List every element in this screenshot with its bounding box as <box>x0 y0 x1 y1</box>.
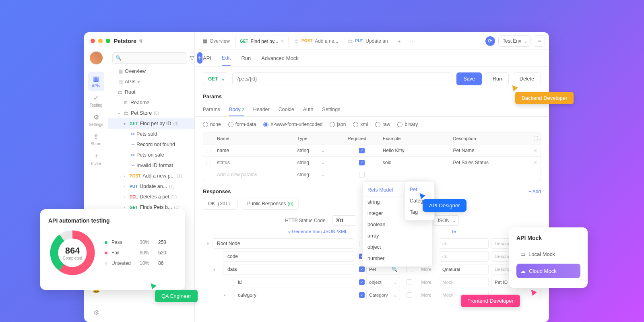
param-tab-cookie[interactable]: Cookie <box>279 103 294 116</box>
delete-row-icon[interactable]: × <box>530 147 541 154</box>
schema-flag-checkbox[interactable] <box>407 279 412 285</box>
tree-overview[interactable]: ▦Overview <box>108 66 194 76</box>
expand-icon[interactable]: ▾ <box>203 293 224 297</box>
close-icon[interactable]: ✕ <box>281 39 284 44</box>
param-required-checkbox[interactable]: ✓ <box>359 160 365 165</box>
schema-mock[interactable]: Qnatural <box>439 264 489 275</box>
schema-name[interactable]: category <box>233 290 354 300</box>
tab-overflow-button[interactable]: ⋯ <box>407 35 418 47</box>
tree-item[interactable]: ⚯Invalid ID format <box>108 160 194 171</box>
maximize-window-icon[interactable] <box>106 39 110 43</box>
cloud-mock-option[interactable]: ☁Cloud Mock <box>516 264 580 278</box>
run-button[interactable]: Run <box>486 72 509 85</box>
tree-find-pet[interactable]: ▾GETFind pet by ID(4) <box>108 118 194 129</box>
schema-name[interactable]: Root Node <box>213 238 354 249</box>
add-response-button[interactable]: + Add <box>528 189 541 194</box>
encoding-X-www-form-urlencoded[interactable]: X-www-form-urlencoded <box>263 122 322 127</box>
tree-item[interactable]: ⚯Pets on sale <box>108 150 194 160</box>
url-input[interactable] <box>232 72 453 85</box>
param-description[interactable]: Pet Name <box>450 148 530 153</box>
nav-testing[interactable]: ✓Testing <box>88 91 104 110</box>
encoding-binary[interactable]: binary <box>397 122 418 127</box>
tree-readme[interactable]: 🗎Readme <box>108 97 194 108</box>
drag-handle-icon[interactable]: ⋮⋮ <box>203 160 214 165</box>
method-selector[interactable]: GET <box>203 72 228 85</box>
expand-icon[interactable]: ▾ <box>203 242 213 246</box>
param-required-checkbox[interactable]: ✓ <box>359 148 365 153</box>
subtab-run[interactable]: Run <box>241 51 251 65</box>
col-actions-icon[interactable]: ⛶ <box>530 136 541 141</box>
add-param-type[interactable]: string <box>294 172 345 178</box>
schema-type-selector[interactable]: object⌄ <box>366 277 400 287</box>
environment-selector[interactable]: Test Env <box>498 35 530 47</box>
add-param-required[interactable] <box>359 172 365 178</box>
subtab-edit[interactable]: Edit <box>222 51 231 66</box>
refs-item[interactable]: array <box>363 230 432 242</box>
minimize-window-icon[interactable] <box>98 39 103 43</box>
subtab-advanced-mock[interactable]: Advanced Mock <box>261 51 299 65</box>
sync-icon[interactable]: ⟳ <box>485 36 495 46</box>
param-tab-settings[interactable]: Settings <box>322 103 340 116</box>
response-tab[interactable]: Public Responses(6) <box>242 198 299 210</box>
search-input[interactable] <box>112 52 187 64</box>
schema-name[interactable]: id <box>233 277 354 287</box>
schema-flag-checkbox[interactable] <box>407 266 412 272</box>
save-button[interactable]: Save <box>456 72 482 85</box>
schema-required-checkbox[interactable]: ✓ <box>359 292 365 298</box>
more-button[interactable]: More <box>416 267 436 272</box>
tree-item[interactable]: ⚯Pets sold <box>108 129 194 139</box>
nav-invite[interactable]: ＋Invite <box>88 149 104 168</box>
content-type-selector[interactable]: JSON <box>433 215 459 226</box>
nav-settings[interactable]: ⚙Settings <box>88 110 104 130</box>
close-window-icon[interactable] <box>91 39 95 43</box>
new-tab-button[interactable]: + <box>394 35 405 47</box>
tree-item[interactable]: ›DELDeletes a pet(1) <box>108 192 194 202</box>
schema-mock[interactable]: Mock <box>439 277 489 287</box>
tab[interactable]: 🗀POSTAdd a ne... <box>290 35 342 47</box>
delete-button[interactable]: Delete <box>513 72 541 85</box>
status-code-input[interactable] <box>332 215 356 226</box>
schema-name[interactable]: code <box>223 251 354 262</box>
settings-gear-icon[interactable]: ⚙ <box>88 303 104 322</box>
schema-mock[interactable]: ck <box>439 238 489 249</box>
drag-handle-icon[interactable]: ⋮⋮ <box>203 148 214 153</box>
tree-root[interactable]: 🗀Root <box>108 87 194 97</box>
nav-share[interactable]: ⇪Share <box>88 130 104 149</box>
tab[interactable]: 🗀PUTUpdate an <box>344 35 392 47</box>
schema-type-selector[interactable]: Category⌄ <box>366 290 400 300</box>
menu-icon[interactable]: ≡ <box>534 35 545 47</box>
encoding-raw[interactable]: raw <box>375 122 390 127</box>
tree-item[interactable]: ›POSTAdd a new p...(1) <box>108 171 194 181</box>
expand-icon[interactable]: ▾ <box>203 267 213 272</box>
encoding-xml[interactable]: xml <box>353 122 368 127</box>
tab[interactable]: ▦Overview <box>199 35 234 47</box>
param-name[interactable]: name <box>214 148 294 153</box>
schema-name[interactable]: data <box>223 264 354 275</box>
refs-item[interactable]: number <box>363 253 432 264</box>
refs-item[interactable]: boolean <box>363 219 432 230</box>
param-name[interactable]: status <box>214 160 294 165</box>
avatar[interactable] <box>90 52 103 64</box>
param-type-selector[interactable]: string <box>294 148 345 153</box>
project-selector[interactable]: Petstore ⇅ <box>108 32 194 50</box>
param-description[interactable]: Pet Sales Status <box>450 160 530 165</box>
delete-row-icon[interactable]: × <box>530 159 541 166</box>
tree-petstore[interactable]: ▾🗀Pet Store(5) <box>108 108 194 118</box>
response-tab[interactable]: OK（201） <box>203 198 238 210</box>
local-mock-option[interactable]: ▭Local Mock <box>516 247 580 261</box>
tree-apis[interactable]: ▤APIs▾ <box>108 76 194 87</box>
refs-item[interactable]: object <box>363 242 432 253</box>
schema-mock[interactable]: ck <box>439 251 489 262</box>
tab[interactable]: GETFind pet by...✕ <box>235 35 289 48</box>
more-button[interactable]: More <box>416 280 436 285</box>
subtab-api[interactable]: API <box>203 51 211 65</box>
encoding-none[interactable]: none <box>203 122 221 127</box>
param-example[interactable]: sold <box>380 160 450 165</box>
schema-required-checkbox[interactable]: ✓ <box>359 279 365 285</box>
param-tab-body[interactable]: Body2 <box>229 103 244 116</box>
schema-required-checkbox[interactable]: ✓ <box>359 266 365 272</box>
param-type-selector[interactable]: string <box>294 160 345 165</box>
nav-apis[interactable]: ▦APIs <box>88 72 104 91</box>
param-example[interactable]: Hello Kitty <box>380 148 450 153</box>
tree-item[interactable]: ›PUTUpdate an...(1) <box>108 181 194 192</box>
